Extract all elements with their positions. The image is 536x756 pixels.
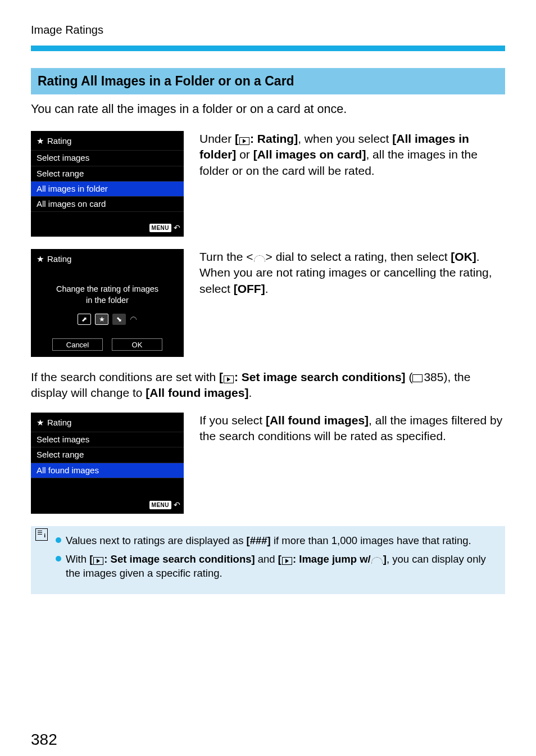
t: : Image jump w/ bbox=[293, 553, 371, 565]
t: If the search conditions are set with bbox=[31, 370, 219, 383]
page-header-label: Image Ratings bbox=[31, 22, 505, 38]
ok-button[interactable]: OK bbox=[112, 338, 162, 351]
t: . bbox=[476, 250, 480, 263]
dial-icon bbox=[254, 255, 265, 262]
t: . bbox=[265, 282, 269, 295]
header-bar bbox=[31, 46, 505, 51]
menu-item-selected[interactable]: All found images bbox=[31, 463, 184, 478]
menu-item[interactable]: All images on card bbox=[31, 197, 184, 212]
note-item: Values next to ratings are displayed as … bbox=[56, 534, 496, 548]
t: : Rating] bbox=[250, 132, 298, 145]
section-title: Rating All Images in a Folder or on a Ca… bbox=[31, 68, 505, 94]
note-item: With [: Set image search conditions] and… bbox=[56, 553, 496, 581]
t: or bbox=[236, 148, 253, 161]
block3-text: If you select [All found images], all th… bbox=[199, 413, 505, 445]
t: With bbox=[66, 553, 89, 565]
screen1-menu: Select images Select range All images in… bbox=[31, 150, 184, 212]
t: and bbox=[255, 553, 278, 565]
row-screen3: ★ Rating Select images Select range All … bbox=[31, 413, 505, 514]
menu-item[interactable]: Select range bbox=[31, 166, 184, 182]
t: [ bbox=[89, 553, 93, 565]
t: [All found images] bbox=[266, 414, 369, 427]
book-icon bbox=[412, 374, 423, 382]
screen2-title-text: Rating bbox=[47, 253, 71, 265]
para3: If the search conditions are set with [:… bbox=[31, 369, 505, 401]
dial-icon: ◠ bbox=[130, 314, 137, 325]
star-icon: ★ bbox=[37, 417, 44, 428]
t: [ bbox=[278, 553, 281, 565]
menu-return-button[interactable]: MENU ↶ bbox=[149, 223, 180, 233]
menu-chip: MENU bbox=[149, 224, 171, 233]
t: Values next to ratings are displayed as bbox=[66, 535, 247, 546]
cancel-button[interactable]: Cancel bbox=[52, 338, 103, 351]
t: If you select bbox=[199, 414, 266, 427]
camera-screen-found-images: ★ Rating Select images Select range All … bbox=[31, 413, 184, 514]
screen3-title-text: Rating bbox=[47, 417, 71, 428]
t: Under bbox=[199, 132, 235, 145]
t: [ bbox=[219, 370, 223, 383]
camera-screen-confirm: ★ Rating Change the rating of images in … bbox=[31, 249, 184, 357]
screen3-title: ★ Rating bbox=[31, 413, 184, 432]
note-box: Values next to ratings are displayed as … bbox=[31, 526, 505, 594]
sel-box: ⬊ bbox=[112, 314, 126, 325]
return-arrow-icon: ↶ bbox=[174, 500, 180, 510]
t: [All found images] bbox=[146, 386, 248, 399]
playback-icon bbox=[93, 557, 103, 565]
screen2-body: Change the rating of images in the folde… bbox=[31, 268, 184, 351]
row-screen2: ★ Rating Change the rating of images in … bbox=[31, 249, 505, 357]
star-icon: ★ bbox=[37, 253, 44, 265]
menu-item[interactable]: Select images bbox=[31, 151, 184, 166]
rating-selector[interactable]: ⬈ ★ ⬊ ◠ bbox=[37, 314, 178, 325]
t: > dial to select a rating, then select bbox=[266, 250, 451, 263]
menu-item[interactable]: Select range bbox=[31, 447, 184, 463]
screen1-title-text: Rating bbox=[47, 135, 71, 147]
t: ( bbox=[406, 370, 413, 383]
block1-text: Under [: Rating], when you select [All i… bbox=[199, 131, 505, 179]
menu-chip: MENU bbox=[149, 501, 171, 510]
screen2-title: ★ Rating bbox=[31, 249, 184, 268]
star-icon: ★ bbox=[37, 135, 44, 147]
row-screen1: ★ Rating Select images Select range All … bbox=[31, 131, 505, 237]
dial-icon bbox=[371, 557, 383, 564]
return-arrow-icon: ↶ bbox=[174, 223, 180, 233]
t: [OFF] bbox=[234, 282, 265, 295]
screen1-title: ★ Rating bbox=[31, 131, 184, 150]
menu-return-button[interactable]: MENU ↶ bbox=[149, 500, 180, 510]
t: if more than 1,000 images have that rati… bbox=[271, 535, 471, 546]
note-icon bbox=[35, 528, 48, 541]
t: [###] bbox=[247, 535, 271, 546]
camera-screen-rating-menu: ★ Rating Select images Select range All … bbox=[31, 131, 184, 237]
playback-icon bbox=[282, 557, 292, 565]
intro-text: You can rate all the images in a folder … bbox=[31, 101, 505, 117]
page-number: 382 bbox=[31, 729, 505, 750]
t: : Set image search conditions] bbox=[234, 370, 406, 383]
t: , when you select bbox=[298, 132, 392, 145]
screen2-line2: in the folder bbox=[37, 295, 178, 306]
t: [OK] bbox=[451, 250, 476, 263]
menu-item-selected[interactable]: All images in folder bbox=[31, 182, 184, 197]
sel-box: ★ bbox=[95, 314, 108, 325]
playback-icon bbox=[224, 375, 234, 383]
t: [All images on card] bbox=[253, 148, 366, 161]
playback-icon bbox=[239, 137, 249, 145]
t: [ bbox=[235, 132, 239, 145]
sel-box: ⬈ bbox=[78, 314, 91, 325]
screen2-line1: Change the rating of images bbox=[37, 284, 178, 295]
page-ref: 385 bbox=[424, 370, 443, 383]
block2-text: Turn the <> dial to select a rating, the… bbox=[199, 249, 505, 297]
t: Turn the < bbox=[199, 250, 253, 263]
t: : Set image search conditions] bbox=[104, 553, 255, 565]
screen3-menu: Select images Select range All found ima… bbox=[31, 432, 184, 478]
t: . bbox=[248, 386, 252, 399]
menu-item[interactable]: Select images bbox=[31, 432, 184, 447]
